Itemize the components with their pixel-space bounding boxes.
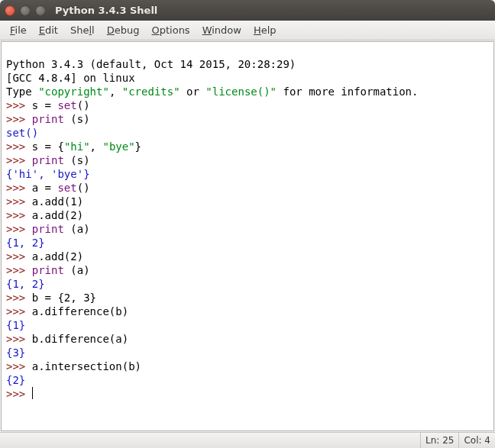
status-col: Col: 4 [458,433,495,448]
window-title: Python 3.4.3 Shell [55,5,157,16]
menu-edit[interactable]: Edit [34,23,63,37]
prompt: >>> [6,140,32,153]
output: {3} [6,346,25,359]
titlebar: Python 3.4.3 Shell [0,0,495,21]
prompt: >>> [6,360,32,372]
banner-line-1: Python 3.4.3 (default, Oct 14 2015, 20:2… [6,58,302,70]
output: {'hi', 'bye'} [6,168,90,180]
prompt: >>> [6,333,32,345]
prompt: >>> [6,154,32,166]
output: {1} [6,319,25,331]
menu-shell[interactable]: Shell [65,23,100,37]
status-line: Ln: 25 [420,433,458,448]
banner-line-3: Type "copyright", "credits" or "license(… [6,85,418,98]
prompt: >>> [6,113,32,125]
output: {2} [6,374,25,386]
prompt: >>> [6,388,32,400]
statusbar: Ln: 25 Col: 4 [0,432,495,448]
editor-area[interactable]: Python 3.4.3 (default, Oct 14 2015, 20:2… [1,41,494,431]
close-icon[interactable] [5,5,15,16]
prompt: >>> [6,195,32,208]
prompt: >>> [6,223,32,235]
maximize-icon[interactable] [35,5,46,16]
prompt: >>> [6,305,32,317]
prompt: >>> [6,292,32,304]
menubar: File Edit Shell Debug Options Window Hel… [0,21,495,40]
prompt: >>> [6,182,32,194]
output: set() [6,127,38,139]
prompt: >>> [6,99,32,111]
menu-file[interactable]: File [5,23,32,37]
prompt: >>> [6,250,32,263]
banner-line-2: [GCC 4.8.4] on linux [6,72,135,84]
shell-text[interactable]: Python 3.4.3 (default, Oct 14 2015, 20:2… [2,42,493,402]
output: {1, 2} [6,278,45,290]
prompt: >>> [6,209,32,221]
menu-debug[interactable]: Debug [102,23,145,37]
menu-window[interactable]: Window [197,23,247,37]
menu-options[interactable]: Options [146,23,195,37]
menu-help[interactable]: Help [248,23,282,37]
minimize-icon[interactable] [20,5,31,16]
prompt: >>> [6,264,32,276]
output: {1, 2} [6,237,45,249]
text-cursor [32,387,33,399]
